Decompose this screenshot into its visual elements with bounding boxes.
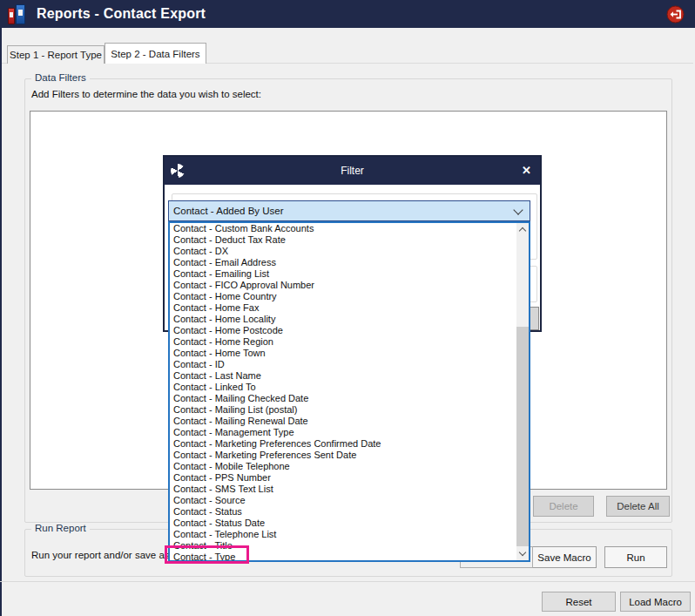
filter-option[interactable]: Contact - Mailing Renewal Date: [170, 416, 516, 427]
load-macro-button-label: Load Macro: [629, 597, 682, 607]
filter-option[interactable]: Contact - Title: [170, 540, 516, 552]
window-title: Reports - Contact Export: [37, 6, 206, 22]
filter-option[interactable]: Contact - Mobile Telephone: [170, 461, 516, 472]
filter-field-combobox[interactable]: Contact - Added By User: [168, 200, 530, 221]
filter-option[interactable]: Contact - Mailing List (postal): [170, 404, 516, 416]
filter-option[interactable]: Contact - PPS Number: [170, 472, 516, 484]
filter-option[interactable]: Contact - Marketing Preferences Confirme…: [170, 438, 516, 450]
close-icon[interactable]: ✕: [522, 163, 531, 179]
delete-all-button-label: Delete All: [617, 501, 659, 511]
window-titlebar: Reports - Contact Export: [0, 0, 695, 28]
filter-option[interactable]: Contact - Type: [170, 552, 516, 562]
exit-icon[interactable]: [666, 5, 685, 24]
reports-contact-export-window: Reports - Contact Export Step 1 - Report…: [0, 0, 695, 616]
filter-field-combobox-value: Contact - Added By User: [173, 206, 284, 216]
filter-option[interactable]: Contact - Management Type: [170, 427, 516, 438]
filter-option[interactable]: Contact - Home Country: [170, 291, 516, 302]
blue-binder-icon-part: [16, 4, 25, 24]
filter-option[interactable]: Contact - Home Region: [170, 336, 516, 348]
filter-option[interactable]: Contact - Home Locality: [170, 314, 516, 325]
binders-icon: [7, 3, 28, 25]
filter-option[interactable]: Contact - Custom Bank Accounts: [170, 223, 516, 234]
filter-option[interactable]: Contact - Deduct Tax Rate: [170, 234, 516, 246]
filter-dialog-title: Filter: [165, 165, 540, 177]
filter-dialog-titlebar[interactable]: Filter ✕: [165, 157, 540, 185]
filter-options-container: Contact - Custom Bank AccountsContact - …: [170, 223, 529, 562]
filter-option[interactable]: Contact - DX: [170, 246, 516, 257]
filter-option[interactable]: Contact - Telephone List: [170, 529, 516, 540]
delete-button-label: Delete: [549, 501, 577, 511]
scrollbar-thumb[interactable]: [516, 327, 529, 546]
filter-option[interactable]: Contact - SMS Text List: [170, 484, 516, 495]
filter-option[interactable]: Contact - Source: [170, 495, 516, 506]
dropdown-scrollbar[interactable]: [516, 223, 529, 560]
scroll-up-icon[interactable]: [516, 223, 529, 236]
window-left-border: [0, 0, 2, 616]
footer-separator: [0, 581, 695, 582]
load-macro-button[interactable]: Load Macro: [620, 592, 691, 612]
scroll-down-icon[interactable]: [516, 547, 529, 560]
tab-step1-report-type[interactable]: Step 1 - Report Type: [7, 45, 105, 64]
chevron-down-icon: [513, 205, 523, 214]
filter-option[interactable]: Contact - Emailing List: [170, 268, 516, 280]
tab-step1-label: Step 1 - Report Type: [10, 50, 102, 60]
filter-option[interactable]: Contact - FICO Approval Number: [170, 280, 516, 291]
tab-step2-label: Step 2 - Data Filters: [111, 49, 199, 59]
filter-option[interactable]: Contact - Home Postcode: [170, 325, 516, 336]
filter-option[interactable]: Contact - Status: [170, 506, 516, 518]
tab-step2-data-filters[interactable]: Step 2 - Data Filters: [105, 43, 206, 64]
run-report-instruction: Run your report and/or save as a: [31, 550, 168, 560]
filter-option[interactable]: Contact - Home Fax: [170, 302, 516, 314]
filter-option[interactable]: Contact - Mailing Checked Date: [170, 393, 516, 404]
filter-option[interactable]: Contact - Marketing Preferences Sent Dat…: [170, 450, 516, 461]
filter-option[interactable]: Contact - Linked To: [170, 382, 516, 393]
filter-option[interactable]: Contact - Last Name: [170, 370, 516, 382]
data-filters-group-label: Data Filters: [31, 72, 90, 83]
reset-button[interactable]: Reset: [542, 592, 616, 612]
filter-option[interactable]: Contact - Email Address: [170, 257, 516, 268]
save-macro-button[interactable]: Save Macro: [532, 546, 597, 568]
run-report-group-label: Run Report: [31, 523, 90, 533]
red-binder-icon-part: [8, 8, 15, 24]
filter-field-dropdown-list: Contact - Custom Bank AccountsContact - …: [168, 221, 530, 562]
save-macro-button-label: Save Macro: [537, 552, 590, 563]
run-button[interactable]: Run: [604, 546, 667, 568]
run-button-label: Run: [626, 552, 644, 563]
filter-option[interactable]: Contact - Status Date: [170, 518, 516, 529]
filter-option[interactable]: Contact - ID: [170, 359, 516, 370]
reset-button-label: Reset: [565, 597, 591, 607]
delete-all-button[interactable]: Delete All: [606, 496, 670, 517]
data-filters-instruction: Add Filters to determine the data you wi…: [31, 89, 261, 99]
delete-button[interactable]: Delete: [533, 496, 594, 517]
filter-option[interactable]: Contact - Home Town: [170, 348, 516, 359]
